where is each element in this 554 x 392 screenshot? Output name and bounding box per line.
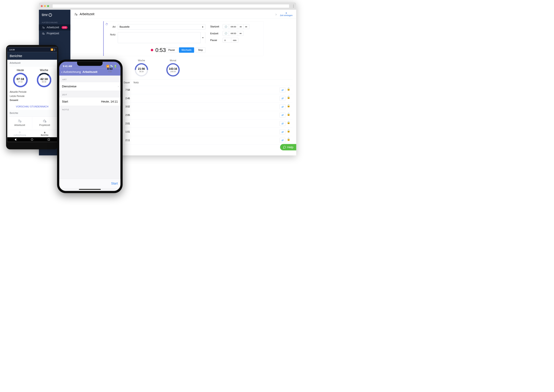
- back-icon[interactable]: [15, 138, 16, 141]
- summary-dials: Heute 0:53 7:42 Woche 21:56 38:30: [103, 59, 263, 77]
- android-device: 13:39 📶 ▯ Berichte Arbeitszeit Heute 07:…: [6, 45, 58, 150]
- switch-icon[interactable]: ⇄: [280, 96, 285, 101]
- th-notiz[interactable]: Notiz: [130, 81, 273, 84]
- tab-aufzeichnung[interactable]: ⏱ Aufzeichnung: [7, 130, 32, 137]
- clock-icon: 🕘: [223, 31, 229, 36]
- tab-label: Berichte: [41, 134, 48, 136]
- pause-button[interactable]: Pause: [166, 48, 177, 53]
- summary-value: 21:56: [138, 67, 145, 70]
- url-bar[interactable]: [52, 4, 289, 8]
- notiz-textarea[interactable]: [118, 32, 201, 43]
- android-status-bar: 13:39 📶 ▯: [7, 47, 57, 52]
- logo-text: timr: [42, 13, 48, 17]
- start-value: Heute, 14:11: [101, 100, 118, 103]
- endzeit-input[interactable]: 🕘 08:53 ⏭: [222, 31, 243, 36]
- collapse-chevrons-icon[interactable]: ››: [275, 12, 276, 16]
- skip-forward-icon[interactable]: ⏭: [238, 31, 243, 36]
- switch-icon[interactable]: ⇄: [280, 129, 285, 134]
- start-button[interactable]: Start: [59, 179, 120, 188]
- svg-point-6: [19, 120, 20, 120]
- help-button[interactable]: Help: [280, 144, 296, 150]
- art-label: Art: [107, 25, 116, 28]
- section-art: ART: [59, 76, 120, 82]
- stopwatch-icon: ⏱: [105, 23, 108, 26]
- zeit-eintragen-label: Zeit eintragen: [280, 14, 293, 16]
- report-arbeitszeit-button[interactable]: Arbeitszeit: [7, 117, 32, 129]
- android-nav-bar: [7, 137, 57, 142]
- briefcase-clock-icon: [42, 119, 47, 123]
- period-item: Letzte Periode: [10, 94, 55, 98]
- endzeit-label: Endzeit: [210, 32, 221, 35]
- switch-icon[interactable]: ⇄: [280, 121, 285, 126]
- close-window-icon[interactable]: [41, 5, 43, 7]
- svg-point-4: [75, 13, 76, 14]
- running-timer: 0:53: [151, 47, 166, 53]
- recents-icon[interactable]: [48, 139, 50, 141]
- dial-label: Heute: [17, 69, 24, 72]
- switch-icon[interactable]: ⇄: [280, 113, 285, 118]
- android-section-label: Arbeitszeit: [7, 60, 57, 66]
- start-row[interactable]: Start Heute, 14:11: [59, 97, 120, 106]
- art-row[interactable]: Dienstreise ›: [59, 82, 120, 91]
- unlock-icon[interactable]: 🔓: [287, 104, 290, 109]
- unlock-icon[interactable]: 🔓: [287, 129, 290, 134]
- art-select[interactable]: Baustelle ▲▼: [118, 24, 205, 29]
- topbar: Arbeitszeit ›› + Zeit eintragen: [70, 10, 296, 19]
- clock-icon: 🕘: [223, 24, 229, 29]
- sidebar-item-arbeitszeit[interactable]: Arbeitszeit 0:53: [39, 25, 70, 30]
- pause-value[interactable]: 0: [223, 38, 231, 42]
- home-icon[interactable]: [31, 138, 33, 141]
- section-zeit: ZEIT: [59, 91, 120, 97]
- person-clock-icon: [42, 26, 45, 29]
- skip-forward-icon[interactable]: ⏭: [244, 24, 249, 29]
- dial-value: 42:18: [40, 77, 48, 81]
- vorschau-link[interactable]: VORSCHAU STUNDENNACH: [7, 104, 57, 110]
- home-indicator[interactable]: [79, 189, 101, 190]
- wechseln-button[interactable]: Wechseln: [179, 48, 194, 53]
- maximize-window-icon[interactable]: [47, 5, 49, 7]
- help-label: Help: [287, 146, 293, 149]
- select-arrows-icon: ▲▼: [202, 26, 204, 28]
- browser-menu-icon[interactable]: [293, 4, 294, 8]
- android-section-label: Berichte: [7, 110, 57, 117]
- startzeit-input[interactable]: 🕘 08:00 ⏮ ⏭: [222, 24, 249, 29]
- section-notiz: NOTIZ: [59, 106, 120, 112]
- switch-icon[interactable]: ⇄: [280, 138, 285, 143]
- art-value: Baustelle: [120, 25, 130, 28]
- switch-icon[interactable]: ⇄: [280, 104, 285, 109]
- notiz-dropdown-button[interactable]: ▼: [201, 32, 205, 43]
- period-item: Aktuelle Periode: [10, 90, 55, 94]
- zeit-eintragen-button[interactable]: + Zeit eintragen: [280, 12, 293, 17]
- dial-sub: 07:42: [18, 81, 22, 83]
- dial-value: 07:18: [17, 77, 24, 81]
- skip-back-icon[interactable]: ⏮: [238, 24, 244, 29]
- back-label[interactable]: Aufzeichnung: [63, 70, 81, 74]
- tab-berichte[interactable]: 🗎 Berichte: [32, 130, 57, 137]
- android-time: 13:39: [9, 48, 15, 51]
- back-chevron-icon[interactable]: ‹: [61, 70, 62, 74]
- stop-button[interactable]: Stop: [196, 48, 205, 53]
- sidebar-item-projektzeit[interactable]: Projektzeit: [39, 30, 70, 36]
- tab-label: Aufzeichnung: [13, 134, 26, 136]
- notiz-label: Notiz: [107, 32, 116, 36]
- endzeit-value: 08:53: [229, 31, 238, 36]
- person-clock-icon: [18, 119, 22, 123]
- unlock-icon[interactable]: 🔓: [287, 138, 290, 143]
- unlock-icon[interactable]: 🔓: [287, 88, 290, 92]
- iphone-notch: [77, 62, 103, 66]
- sidebar-item-label: Projektzeit: [47, 32, 59, 35]
- minimize-window-icon[interactable]: [44, 5, 46, 7]
- unlock-icon[interactable]: 🔓: [287, 113, 290, 118]
- clock-icon: [48, 13, 52, 16]
- woche-dial: Woche 42:18 38:30: [37, 69, 51, 87]
- unlock-icon[interactable]: 🔓: [287, 96, 290, 101]
- page-title: Arbeitszeit: [80, 12, 94, 16]
- pause-label: Pause: [210, 39, 221, 42]
- stopwatch-icon: ⏱: [19, 132, 21, 134]
- svg-point-0: [42, 27, 43, 27]
- app-logo: timr: [39, 12, 70, 20]
- switch-icon[interactable]: ⇄: [280, 88, 285, 92]
- unlock-icon[interactable]: 🔓: [287, 121, 290, 126]
- pause-unit: min: [231, 38, 238, 42]
- report-projektzeit-button[interactable]: Projektzeit: [32, 117, 57, 129]
